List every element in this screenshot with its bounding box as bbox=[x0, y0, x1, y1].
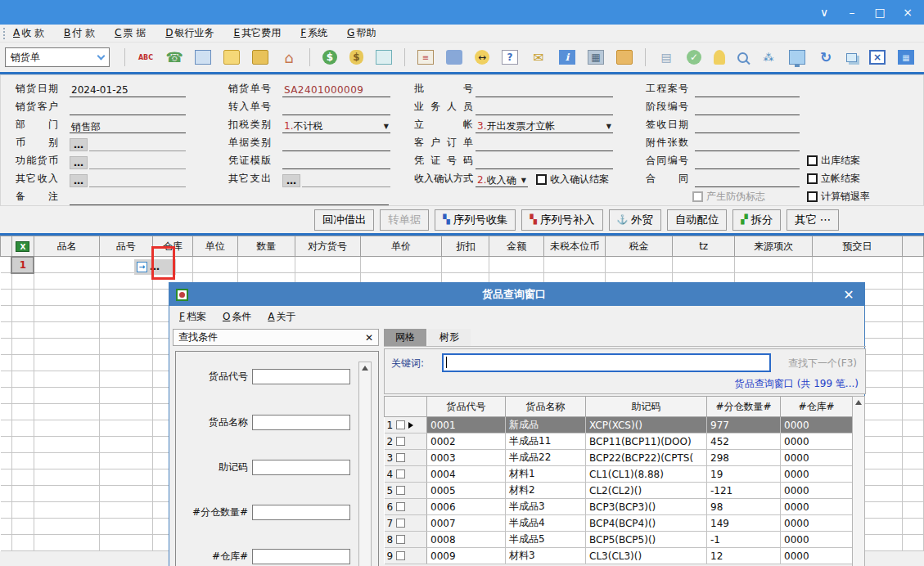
result-row[interactable]: 40004材料1CL1(CL1)(8.88)190000 bbox=[385, 466, 853, 483]
menu-item-F[interactable]: F系统 bbox=[300, 26, 327, 40]
dialog-menu-item-A[interactable]: A关于 bbox=[268, 310, 295, 324]
text-field[interactable] bbox=[476, 101, 613, 115]
result-cell[interactable]: XCP(XCS)() bbox=[586, 417, 707, 433]
result-rownum-cell[interactable]: 4 bbox=[385, 466, 427, 483]
results-column-header[interactable]: 货品名称 bbox=[506, 397, 586, 417]
grid-cell[interactable] bbox=[489, 257, 544, 273]
results-column-header[interactable]: #分仓数量# bbox=[707, 397, 781, 417]
more-button[interactable]: 其它 ⋯ bbox=[787, 209, 839, 231]
filter-field-input[interactable] bbox=[252, 549, 350, 564]
result-cell[interactable]: 半成品4 bbox=[506, 515, 586, 532]
help-doc-icon[interactable]: ? bbox=[502, 50, 518, 65]
result-cell[interactable]: 12 bbox=[707, 548, 781, 564]
result-cell[interactable]: 0000 bbox=[781, 466, 853, 483]
result-cell[interactable]: 98 bbox=[707, 499, 781, 515]
grid-row-header[interactable] bbox=[11, 388, 34, 404]
grid-row-header[interactable] bbox=[11, 339, 34, 355]
grid-cell[interactable] bbox=[735, 257, 813, 273]
serial-collect-button[interactable]: ▚序列号收集 bbox=[435, 209, 516, 231]
result-cell[interactable]: 298 bbox=[707, 450, 781, 466]
send-mail-icon[interactable]: ✉ bbox=[530, 50, 547, 65]
text-field[interactable] bbox=[695, 137, 800, 151]
grid-row-header[interactable] bbox=[11, 322, 34, 339]
result-cell[interactable]: 0000 bbox=[781, 417, 853, 433]
result-rownum-cell[interactable]: 7 bbox=[385, 515, 427, 532]
result-cell[interactable]: 半成品22 bbox=[506, 450, 586, 466]
grid-row-header[interactable] bbox=[11, 306, 34, 322]
grid-column-header[interactable]: 对方货号 bbox=[295, 236, 360, 257]
foreign-trade-button[interactable]: ⚓外贸 bbox=[609, 209, 661, 231]
home-icon[interactable]: ⌂ bbox=[281, 50, 297, 65]
grid-row-header[interactable] bbox=[11, 519, 34, 535]
grid-column-header[interactable]: 数量 bbox=[237, 236, 295, 257]
ellipsis-button[interactable]: … bbox=[70, 174, 88, 187]
menu-item-G[interactable]: G帮助 bbox=[347, 26, 376, 40]
dollar-coin-icon[interactable]: $ bbox=[322, 50, 337, 65]
row-checkbox[interactable] bbox=[396, 519, 405, 528]
checkbox[interactable] bbox=[807, 155, 818, 166]
grid-cell[interactable] bbox=[192, 257, 237, 273]
text-field[interactable] bbox=[476, 155, 613, 169]
grid-row-header[interactable] bbox=[11, 437, 34, 453]
result-cell[interactable]: 977 bbox=[707, 417, 781, 433]
ellipsis-button[interactable]: … bbox=[282, 174, 300, 187]
refresh-icon[interactable]: ↻ bbox=[818, 50, 834, 65]
cascade-windows-icon[interactable] bbox=[846, 53, 857, 62]
result-row[interactable]: 20002半成品11BCP11(BCP11)(DOO)4520000 bbox=[385, 433, 853, 450]
exchange-icon[interactable]: ↔ bbox=[475, 50, 489, 65]
result-cell[interactable]: CL1(CL1)(8.88) bbox=[586, 466, 707, 483]
select-field[interactable]: 2.收入确▼ bbox=[476, 173, 528, 187]
text-field[interactable] bbox=[89, 137, 186, 151]
result-cell[interactable]: 新成品 bbox=[506, 417, 586, 433]
result-cell[interactable]: 0000 bbox=[781, 499, 853, 515]
result-cell[interactable]: 0008 bbox=[427, 532, 506, 548]
result-cell[interactable]: BCP22(BCP22)(CPTS( bbox=[586, 450, 707, 466]
grid-column-header[interactable]: 未税本位币 bbox=[544, 236, 606, 257]
result-row[interactable]: 70007半成品4BCP4(BCP4)()1490000 bbox=[385, 515, 853, 532]
grid-row-header[interactable] bbox=[11, 486, 34, 502]
close-button[interactable]: × bbox=[896, 3, 919, 21]
close-doc-icon[interactable]: × bbox=[869, 50, 886, 65]
check-circle-icon[interactable]: ✓ bbox=[687, 50, 701, 65]
result-cell[interactable]: 半成品11 bbox=[506, 433, 586, 450]
menu-item-B[interactable]: B付 款 bbox=[64, 26, 95, 40]
grid-cell[interactable] bbox=[673, 257, 735, 273]
grid-row-header[interactable] bbox=[11, 273, 34, 290]
result-rownum-cell[interactable]: 8 bbox=[385, 532, 427, 548]
menu-item-A[interactable]: A收 款 bbox=[13, 26, 44, 40]
result-cell[interactable]: 0007 bbox=[427, 515, 506, 532]
text-field[interactable] bbox=[476, 137, 613, 151]
grid-cell[interactable] bbox=[544, 257, 606, 273]
checkbox[interactable] bbox=[807, 191, 818, 202]
result-cell[interactable]: 0002 bbox=[427, 433, 506, 450]
grid-row-header[interactable] bbox=[11, 355, 34, 371]
checkbox[interactable] bbox=[536, 174, 547, 185]
result-cell[interactable]: 149 bbox=[707, 515, 781, 532]
result-cell[interactable]: BCP4(BCP4)() bbox=[586, 515, 707, 532]
grid-column-header[interactable]: 税金 bbox=[606, 236, 673, 257]
result-cell[interactable]: 0006 bbox=[427, 499, 506, 515]
grid-cell[interactable] bbox=[606, 257, 673, 273]
result-rownum-cell[interactable]: 1 bbox=[385, 417, 427, 433]
grid-row-header[interactable]: 1 bbox=[11, 257, 34, 273]
result-cell[interactable]: 0009 bbox=[427, 548, 506, 564]
grid-cell[interactable] bbox=[360, 257, 442, 273]
grid-row-header[interactable] bbox=[11, 420, 34, 437]
result-rownum-cell[interactable]: 2 bbox=[385, 433, 427, 450]
text-field[interactable] bbox=[476, 83, 613, 97]
minimize-button[interactable]: – bbox=[841, 3, 863, 21]
grid-column-header[interactable]: 来源项次 bbox=[735, 236, 813, 257]
grid-row-header[interactable] bbox=[11, 469, 34, 486]
text-field[interactable] bbox=[282, 137, 390, 151]
result-rownum-cell[interactable]: 9 bbox=[385, 548, 427, 564]
folder-icon[interactable] bbox=[616, 50, 633, 65]
result-cell[interactable]: 0004 bbox=[427, 466, 506, 483]
result-row[interactable]: 30003半成品22BCP22(BCP22)(CPTS(2980000 bbox=[385, 450, 853, 466]
text-field[interactable] bbox=[89, 155, 186, 169]
row-checkbox[interactable] bbox=[396, 535, 405, 544]
result-cell[interactable]: -121 bbox=[707, 483, 781, 499]
calculator-icon[interactable]: ▦ bbox=[588, 50, 604, 65]
result-row[interactable]: 60006半成品3BCP3(BCP3)()980000 bbox=[385, 499, 853, 515]
result-cell[interactable]: 0000 bbox=[781, 433, 853, 450]
results-column-header[interactable]: 货品代号 bbox=[427, 397, 506, 417]
